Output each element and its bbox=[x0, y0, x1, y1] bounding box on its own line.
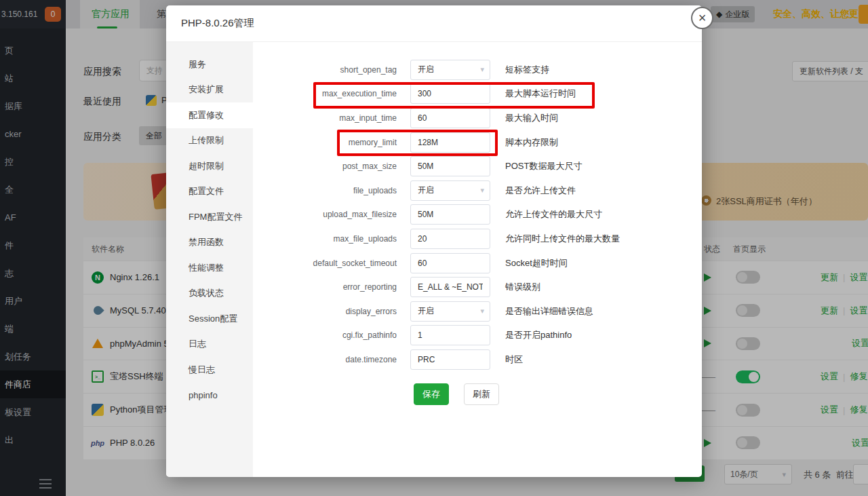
post-max-size-input[interactable] bbox=[410, 156, 490, 176]
form-row-display_errors: display_errors 开启▾ 是否输出详细错误信息 bbox=[253, 299, 702, 324]
menu-load-status[interactable]: 负载状态 bbox=[166, 281, 253, 307]
form-row-cgi-fix-pathinfo: cgi.fix_pathinfo 是否开启pathinfo bbox=[253, 324, 702, 348]
form-row-date-timezone: date.timezone 时区 bbox=[253, 347, 702, 372]
form-row-max_input_time: max_input_time 最大输入时间 bbox=[253, 106, 702, 130]
menu-session[interactable]: Session配置 bbox=[166, 306, 253, 332]
file-uploads-select[interactable]: 开启▾ bbox=[410, 180, 490, 201]
form-row-max_execution_time: max_execution_time 最大脚本运行时间 bbox=[253, 82, 702, 107]
menu-slow-log[interactable]: 慢日志 bbox=[166, 357, 253, 383]
error-reporting-input[interactable] bbox=[410, 277, 490, 297]
save-button[interactable]: 保存 bbox=[414, 383, 449, 405]
chevron-down-icon: ▾ bbox=[480, 307, 484, 316]
form-row-max_file_uploads: max_file_uploads 允许同时上传文件的最大数量 bbox=[253, 227, 702, 251]
default-socket-timeout-input[interactable] bbox=[410, 253, 490, 273]
form-row-file_uploads: file_uploads 开启▾ 是否允许上传文件 bbox=[253, 178, 702, 203]
php-manage-modal: PHP-8.0.26管理 × 服务 安装扩展 配置修改 上传限制 超时限制 配置… bbox=[166, 5, 702, 477]
cgi-fix-pathinfo-input[interactable] bbox=[410, 325, 490, 345]
modal-content: short_open_tag 开启▾ 短标签支持 max_execution_t… bbox=[253, 42, 702, 477]
config-form: short_open_tag 开启▾ 短标签支持 max_execution_t… bbox=[253, 58, 702, 372]
bt-panel-screen: 官方应用 第三方应用 一键部署 3.150.161 0 ◆ 企业版 安全、高效、… bbox=[0, 0, 868, 496]
menu-fpm-config[interactable]: FPM配置文件 bbox=[166, 204, 253, 230]
short-open-tag-select[interactable]: 开启▾ bbox=[410, 60, 490, 80]
menu-timeout-limit[interactable]: 超时限制 bbox=[166, 153, 253, 179]
max-input-time-input[interactable] bbox=[410, 108, 490, 128]
modal-title: PHP-8.0.26管理 bbox=[166, 5, 702, 42]
form-row-memory_limit: memory_limit 脚本内存限制 bbox=[253, 130, 702, 155]
date-timezone-input[interactable] bbox=[410, 349, 490, 370]
form-row-post_max_size: post_max_size POST数据最大尺寸 bbox=[253, 154, 702, 178]
form-row-error_reporting: error_reporting 错误级别 bbox=[253, 275, 702, 299]
menu-log[interactable]: 日志 bbox=[166, 332, 253, 358]
menu-phpinfo[interactable]: phpinfo bbox=[166, 383, 253, 408]
refresh-button[interactable]: 刷新 bbox=[464, 383, 499, 405]
max-file-uploads-input[interactable] bbox=[410, 229, 490, 249]
memory-limit-input[interactable] bbox=[410, 132, 490, 153]
menu-service[interactable]: 服务 bbox=[166, 52, 253, 77]
modal-menu: 服务 安装扩展 配置修改 上传限制 超时限制 配置文件 FPM配置文件 禁用函数… bbox=[166, 42, 253, 477]
form-row-default_socket_timeout: default_socket_timeout Socket超时时间 bbox=[253, 251, 702, 275]
upload-max-filesize-input[interactable] bbox=[410, 204, 490, 225]
menu-performance[interactable]: 性能调整 bbox=[166, 255, 253, 281]
menu-config-file[interactable]: 配置文件 bbox=[166, 179, 253, 205]
menu-disabled-func[interactable]: 禁用函数 bbox=[166, 230, 253, 256]
form-row-short_open_tag: short_open_tag 开启▾ 短标签支持 bbox=[253, 58, 702, 82]
display-errors-select[interactable]: 开启▾ bbox=[410, 301, 490, 322]
close-icon[interactable]: × bbox=[691, 7, 713, 29]
menu-upload-limit[interactable]: 上传限制 bbox=[166, 128, 253, 154]
menu-install-ext[interactable]: 安装扩展 bbox=[166, 77, 253, 103]
chevron-down-icon: ▾ bbox=[480, 186, 484, 195]
form-row-upload_max_filesize: upload_max_filesize 允许上传文件的最大尺寸 bbox=[253, 203, 702, 227]
max-execution-time-input[interactable] bbox=[410, 83, 490, 104]
form-buttons: 保存 刷新 bbox=[414, 383, 499, 405]
chevron-down-icon: ▾ bbox=[480, 65, 484, 74]
menu-config-modify[interactable]: 配置修改 bbox=[166, 102, 253, 128]
